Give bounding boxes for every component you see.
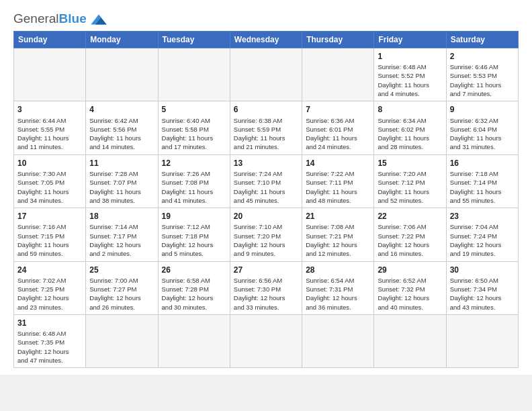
calendar-cell bbox=[302, 48, 374, 101]
calendar-cell: 29Sunrise: 6:52 AM Sunset: 7:32 PM Dayli… bbox=[374, 261, 446, 314]
day-number: 13 bbox=[234, 158, 298, 169]
calendar-week-6: 31Sunrise: 6:48 AM Sunset: 7:35 PM Dayli… bbox=[14, 314, 519, 367]
calendar-cell: 13Sunrise: 7:24 AM Sunset: 7:10 PM Dayli… bbox=[230, 154, 302, 208]
calendar-cell: 18Sunrise: 7:14 AM Sunset: 7:17 PM Dayli… bbox=[86, 208, 158, 261]
day-info: Sunrise: 6:48 AM Sunset: 5:52 PM Dayligh… bbox=[378, 62, 442, 98]
day-info: Sunrise: 7:26 AM Sunset: 7:08 PM Dayligh… bbox=[162, 169, 226, 205]
calendar-cell bbox=[230, 48, 302, 101]
day-info: Sunrise: 6:44 AM Sunset: 5:55 PM Dayligh… bbox=[17, 116, 82, 152]
day-info: Sunrise: 7:02 AM Sunset: 7:25 PM Dayligh… bbox=[17, 276, 82, 312]
day-number: 26 bbox=[162, 265, 226, 275]
day-number: 2 bbox=[450, 51, 515, 62]
day-number: 17 bbox=[17, 211, 82, 222]
day-info: Sunrise: 7:08 AM Sunset: 7:21 PM Dayligh… bbox=[306, 222, 370, 258]
calendar-cell bbox=[302, 314, 374, 367]
calendar-cell: 28Sunrise: 6:54 AM Sunset: 7:31 PM Dayli… bbox=[302, 261, 374, 314]
day-info: Sunrise: 6:40 AM Sunset: 5:58 PM Dayligh… bbox=[162, 116, 226, 152]
day-info: Sunrise: 6:46 AM Sunset: 5:53 PM Dayligh… bbox=[450, 62, 515, 98]
calendar-cell bbox=[374, 314, 446, 367]
day-info: Sunrise: 7:20 AM Sunset: 7:12 PM Dayligh… bbox=[378, 169, 442, 205]
calendar-cell: 3Sunrise: 6:44 AM Sunset: 5:55 PM Daylig… bbox=[14, 101, 86, 154]
day-info: Sunrise: 7:28 AM Sunset: 7:07 PM Dayligh… bbox=[89, 169, 154, 205]
calendar-cell: 12Sunrise: 7:26 AM Sunset: 7:08 PM Dayli… bbox=[158, 154, 230, 208]
calendar-cell: 22Sunrise: 7:06 AM Sunset: 7:22 PM Dayli… bbox=[374, 208, 446, 261]
weekday-header-saturday: Saturday bbox=[446, 32, 518, 48]
calendar-cell: 23Sunrise: 7:04 AM Sunset: 7:24 PM Dayli… bbox=[446, 208, 518, 261]
day-info: Sunrise: 7:06 AM Sunset: 7:22 PM Dayligh… bbox=[378, 222, 442, 258]
calendar-cell: 27Sunrise: 6:56 AM Sunset: 7:30 PM Dayli… bbox=[230, 261, 302, 314]
calendar-week-3: 10Sunrise: 7:30 AM Sunset: 7:05 PM Dayli… bbox=[14, 154, 519, 208]
calendar-cell bbox=[86, 314, 158, 367]
weekday-header-wednesday: Wednesday bbox=[230, 32, 302, 48]
day-info: Sunrise: 6:50 AM Sunset: 7:34 PM Dayligh… bbox=[450, 276, 515, 312]
day-info: Sunrise: 6:54 AM Sunset: 7:31 PM Dayligh… bbox=[306, 276, 370, 312]
day-number: 28 bbox=[306, 265, 370, 275]
day-info: Sunrise: 7:10 AM Sunset: 7:20 PM Dayligh… bbox=[234, 222, 298, 258]
day-number: 9 bbox=[450, 104, 515, 115]
day-number: 14 bbox=[306, 158, 370, 169]
day-number: 7 bbox=[306, 104, 370, 115]
day-number: 16 bbox=[450, 158, 515, 169]
day-info: Sunrise: 7:22 AM Sunset: 7:11 PM Dayligh… bbox=[306, 169, 370, 205]
calendar-header-row: SundayMondayTuesdayWednesdayThursdayFrid… bbox=[14, 32, 519, 48]
calendar-cell bbox=[158, 314, 230, 367]
weekday-header-sunday: Sunday bbox=[14, 32, 86, 48]
day-info: Sunrise: 7:14 AM Sunset: 7:17 PM Dayligh… bbox=[89, 222, 154, 258]
calendar-cell: 21Sunrise: 7:08 AM Sunset: 7:21 PM Dayli… bbox=[302, 208, 374, 261]
calendar-cell: 16Sunrise: 7:18 AM Sunset: 7:14 PM Dayli… bbox=[446, 154, 518, 208]
day-number: 29 bbox=[378, 265, 442, 275]
day-info: Sunrise: 6:42 AM Sunset: 5:56 PM Dayligh… bbox=[89, 116, 154, 152]
day-number: 24 bbox=[17, 265, 82, 275]
logo: GeneralBlue bbox=[13, 11, 109, 27]
day-number: 31 bbox=[17, 318, 82, 328]
calendar-cell: 20Sunrise: 7:10 AM Sunset: 7:20 PM Dayli… bbox=[230, 208, 302, 261]
day-number: 12 bbox=[162, 158, 226, 169]
calendar-cell: 24Sunrise: 7:02 AM Sunset: 7:25 PM Dayli… bbox=[14, 261, 86, 314]
day-info: Sunrise: 7:24 AM Sunset: 7:10 PM Dayligh… bbox=[234, 169, 298, 205]
calendar-cell: 10Sunrise: 7:30 AM Sunset: 7:05 PM Dayli… bbox=[14, 154, 86, 208]
page-header: GeneralBlue bbox=[13, 11, 519, 27]
calendar-cell: 9Sunrise: 6:32 AM Sunset: 6:04 PM Daylig… bbox=[446, 101, 518, 154]
day-info: Sunrise: 7:12 AM Sunset: 7:18 PM Dayligh… bbox=[162, 222, 226, 258]
calendar-cell: 15Sunrise: 7:20 AM Sunset: 7:12 PM Dayli… bbox=[374, 154, 446, 208]
day-number: 5 bbox=[162, 104, 226, 115]
day-number: 4 bbox=[89, 104, 154, 115]
day-info: Sunrise: 6:58 AM Sunset: 7:28 PM Dayligh… bbox=[162, 276, 226, 312]
day-info: Sunrise: 6:52 AM Sunset: 7:32 PM Dayligh… bbox=[378, 276, 442, 312]
day-info: Sunrise: 7:00 AM Sunset: 7:27 PM Dayligh… bbox=[89, 276, 154, 312]
calendar-cell: 19Sunrise: 7:12 AM Sunset: 7:18 PM Dayli… bbox=[158, 208, 230, 261]
day-info: Sunrise: 6:32 AM Sunset: 6:04 PM Dayligh… bbox=[450, 116, 515, 152]
calendar-cell: 11Sunrise: 7:28 AM Sunset: 7:07 PM Dayli… bbox=[86, 154, 158, 208]
calendar-cell bbox=[230, 314, 302, 367]
day-info: Sunrise: 6:36 AM Sunset: 6:01 PM Dayligh… bbox=[306, 116, 370, 152]
day-info: Sunrise: 7:30 AM Sunset: 7:05 PM Dayligh… bbox=[17, 169, 82, 205]
day-number: 19 bbox=[162, 211, 226, 222]
calendar-cell bbox=[446, 314, 518, 367]
logo-blue-text: Blue bbox=[59, 11, 87, 26]
logo-text: General bbox=[13, 11, 59, 26]
day-number: 6 bbox=[234, 104, 298, 115]
calendar-cell: 6Sunrise: 6:38 AM Sunset: 5:59 PM Daylig… bbox=[230, 101, 302, 154]
calendar-cell: 7Sunrise: 6:36 AM Sunset: 6:01 PM Daylig… bbox=[302, 101, 374, 154]
day-number: 27 bbox=[234, 265, 298, 275]
day-number: 15 bbox=[378, 158, 442, 169]
calendar-cell: 4Sunrise: 6:42 AM Sunset: 5:56 PM Daylig… bbox=[86, 101, 158, 154]
day-number: 23 bbox=[450, 211, 515, 222]
weekday-header-tuesday: Tuesday bbox=[158, 32, 230, 48]
day-number: 21 bbox=[306, 211, 370, 222]
weekday-header-monday: Monday bbox=[86, 32, 158, 48]
day-number: 18 bbox=[89, 211, 154, 222]
weekday-header-thursday: Thursday bbox=[302, 32, 374, 48]
calendar-cell: 14Sunrise: 7:22 AM Sunset: 7:11 PM Dayli… bbox=[302, 154, 374, 208]
day-info: Sunrise: 6:56 AM Sunset: 7:30 PM Dayligh… bbox=[234, 276, 298, 312]
calendar-cell bbox=[158, 48, 230, 101]
day-number: 3 bbox=[17, 104, 82, 115]
calendar-week-1: 1Sunrise: 6:48 AM Sunset: 5:52 PM Daylig… bbox=[14, 48, 519, 101]
day-info: Sunrise: 6:38 AM Sunset: 5:59 PM Dayligh… bbox=[234, 116, 298, 152]
calendar-cell bbox=[14, 48, 86, 101]
calendar-table: SundayMondayTuesdayWednesdayThursdayFrid… bbox=[13, 31, 519, 368]
calendar-week-5: 24Sunrise: 7:02 AM Sunset: 7:25 PM Dayli… bbox=[14, 261, 519, 314]
day-number: 8 bbox=[378, 104, 442, 115]
calendar-cell: 17Sunrise: 7:16 AM Sunset: 7:15 PM Dayli… bbox=[14, 208, 86, 261]
calendar-cell: 2Sunrise: 6:46 AM Sunset: 5:53 PM Daylig… bbox=[446, 48, 518, 101]
